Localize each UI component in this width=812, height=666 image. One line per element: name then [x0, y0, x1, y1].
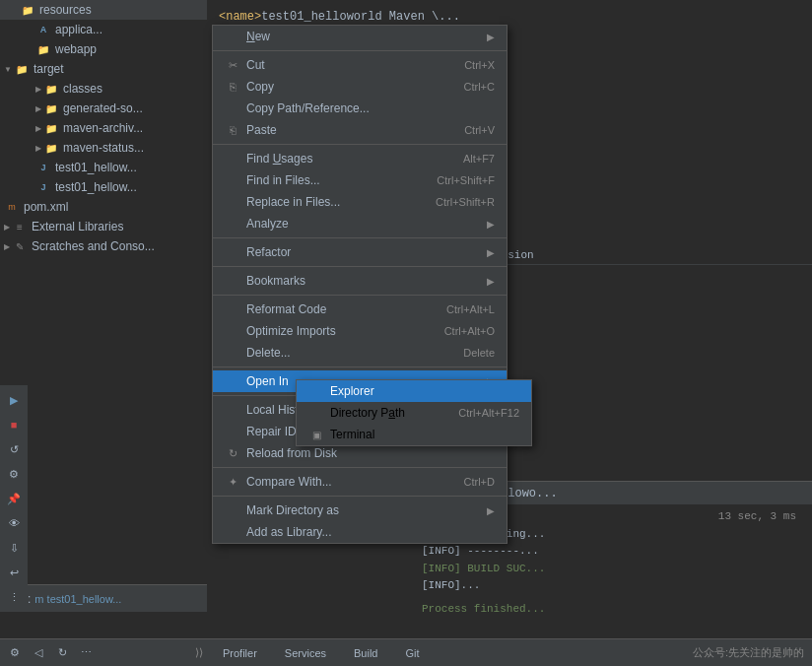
tree-item-generated[interactable]: ▶ 📁 generated-so... [0, 99, 207, 118]
menu-item-replace[interactable]: Replace in Files... Ctrl+Shift+R [213, 191, 507, 213]
paste-icon: ⎗ [225, 124, 240, 136]
tree-item-webapp[interactable]: 📁 webapp [0, 39, 207, 59]
reload-icon: ↻ [225, 447, 240, 460]
tree-item-pom[interactable]: m pom.xml [0, 197, 207, 217]
separator-4 [213, 266, 507, 267]
side-toolbar: ▶ ■ ↺ ⚙ 📌 👁 ⇩ ↩ ⋮ [0, 385, 28, 612]
folder-icon: 📁 [20, 2, 35, 18]
menu-item-copy-path[interactable]: Copy Path/Reference... [213, 98, 507, 119]
compare-icon: ✦ [225, 476, 240, 489]
menu-item-add-library[interactable]: Add as Library... [213, 521, 507, 543]
wrench-button[interactable]: ⚙ [3, 463, 25, 485]
run-item: m test01_hellow... [34, 593, 121, 605]
project-toolbar: ⚙ ◁ ↻ ⋯ ⟩⟩ [0, 638, 207, 666]
soft-wrap-button[interactable]: ↩ [3, 562, 25, 583]
folder-icon-webapp: 📁 [35, 41, 51, 57]
more-options-button[interactable]: ⋯ [75, 642, 97, 664]
separator-9 [213, 496, 507, 497]
tree-item-test1[interactable]: J test01_hellow... [0, 158, 207, 177]
maven-icon-pom: m [4, 199, 20, 215]
stop-button[interactable]: ■ [3, 414, 25, 435]
menu-item-optimize[interactable]: Optimize Imports Ctrl+Alt+O [213, 320, 507, 342]
menu-item-cut[interactable]: ✂ Cut Ctrl+X [213, 54, 507, 76]
chevron-right-scratch: ▶ [4, 242, 10, 251]
eye-button[interactable]: 👁 [3, 512, 25, 534]
menu-item-find-usages[interactable]: Find Usages Alt+F7 [213, 148, 507, 169]
open-in-submenu: Explorer Directory Path Ctrl+Alt+F12 ▣ T… [296, 379, 532, 446]
settings-button[interactable]: ⚙ [4, 642, 26, 664]
more-button[interactable]: ⋮ [3, 586, 25, 608]
folder-icon-target: 📁 [14, 61, 30, 77]
services-tab[interactable]: Services [277, 643, 334, 663]
status-bar: Profiler Services Build Git 公众号:先关注的是帅的 [207, 638, 812, 666]
menu-item-compare[interactable]: ✦ Compare With... Ctrl+D [213, 471, 507, 493]
folder-icon-classes: 📁 [43, 81, 59, 97]
menu-item-refactor[interactable]: Refactor ▶ [213, 241, 507, 263]
copy-icon: ⎘ [225, 81, 240, 93]
menu-item-delete[interactable]: Delete... Delete [213, 342, 507, 364]
separator-2 [213, 144, 507, 145]
menu-item-bookmarks[interactable]: Bookmarks ▶ [213, 270, 507, 292]
java-icon: A [35, 22, 51, 37]
expand-button[interactable]: ⟩⟩ [195, 646, 203, 659]
folder-icon-maven-stat: 📁 [43, 140, 59, 156]
collapse-button[interactable]: ◁ [28, 642, 49, 664]
tree-item-applica[interactable]: A applica... [0, 20, 207, 39]
menu-item-find-files[interactable]: Find in Files... Ctrl+Shift+F [213, 169, 507, 191]
rerun-button[interactable]: ↺ [3, 438, 25, 460]
play-button[interactable]: ▶ [3, 389, 25, 411]
tree-item-resources[interactable]: 📁 resources [0, 0, 207, 20]
submenu-item-explorer[interactable]: Explorer [297, 380, 531, 402]
separator-8 [213, 467, 507, 468]
menu-item-analyze[interactable]: Analyze ▶ [213, 213, 507, 234]
chevron-right-icon4: ▶ [35, 144, 41, 153]
java-icon-test1: J [35, 160, 51, 175]
tree-item-maven-stat[interactable]: ▶ 📁 maven-status... [0, 138, 207, 158]
submenu-item-terminal[interactable]: ▣ Terminal [297, 424, 531, 445]
java-icon-test2: J [35, 179, 51, 195]
cut-icon: ✂ [225, 59, 240, 72]
chevron-right-icon: ▶ [35, 85, 41, 94]
scratches-icon: ✎ [12, 238, 28, 254]
chevron-right-icon3: ▶ [35, 124, 41, 133]
build-tab[interactable]: Build [346, 643, 385, 663]
tree-item-ext-libs[interactable]: ▶ ≡ External Libraries [0, 217, 207, 236]
process-finished: Process finished... [414, 599, 812, 619]
pin-button[interactable]: 📌 [3, 488, 25, 509]
menu-item-reformat[interactable]: Reformat Code Ctrl+Alt+L [213, 299, 507, 320]
separator-5 [213, 295, 507, 296]
menu-item-paste[interactable]: ⎗ Paste Ctrl+V [213, 119, 507, 141]
menu-item-copy[interactable]: ⎘ Copy Ctrl+C [213, 76, 507, 98]
menu-item-mark-dir[interactable]: Mark Directory as ▶ [213, 500, 507, 521]
chevron-right-ext: ▶ [4, 223, 10, 232]
profiler-tab[interactable]: Profiler [215, 643, 265, 663]
folder-icon-generated: 📁 [43, 100, 59, 116]
separator-1 [213, 50, 507, 51]
project-tree-panel: 📁 resources A applica... 📁 webapp ▼ 📁 ta… [0, 0, 207, 666]
tree-item-target[interactable]: ▼ 📁 target [0, 59, 207, 79]
chevron-right-icon2: ▶ [35, 104, 41, 113]
chevron-down-icon: ▼ [4, 65, 12, 74]
separator-3 [213, 237, 507, 238]
terminal-icon: ▣ [308, 430, 324, 440]
tree-item-maven-arch[interactable]: ▶ 📁 maven-archiv... [0, 118, 207, 138]
scroll-button[interactable]: ⇩ [3, 537, 25, 559]
tree-item-classes[interactable]: ▶ 📁 classes [0, 79, 207, 99]
run-bar: Run: m test01_hellow... [0, 584, 207, 612]
menu-item-new[interactable]: New ▶ [213, 26, 507, 47]
tree-item-test2[interactable]: J test01_hellow... [0, 177, 207, 197]
refresh-button[interactable]: ↻ [51, 642, 73, 664]
separator-6 [213, 366, 507, 367]
tree-item-scratches[interactable]: ▶ ✎ Scratches and Conso... [0, 236, 207, 256]
submenu-item-dir-path[interactable]: Directory Path Ctrl+Alt+F12 [297, 402, 531, 424]
watermark-text: 公众号:先关注的是帅的 [693, 645, 804, 660]
libs-icon: ≡ [12, 219, 28, 234]
folder-icon-maven-arch: 📁 [43, 120, 59, 136]
context-menu: New ▶ ✂ Cut Ctrl+X ⎘ Copy Ctrl+C Copy Pa… [212, 25, 508, 544]
git-tab[interactable]: Git [398, 643, 428, 663]
